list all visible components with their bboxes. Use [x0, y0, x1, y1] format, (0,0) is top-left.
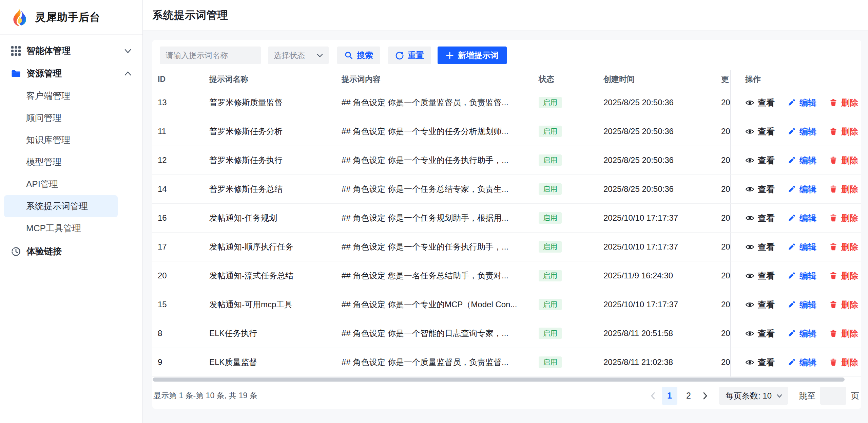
- edit-button[interactable]: 编辑: [787, 97, 816, 108]
- refresh-icon: [395, 51, 404, 60]
- page-number-list: 12: [660, 387, 698, 405]
- sidebar-item-experience-links[interactable]: 体验链接: [0, 240, 142, 263]
- view-button[interactable]: 查看: [745, 97, 775, 108]
- cell-id: 13: [152, 98, 204, 107]
- edit-button-label: 编辑: [799, 126, 816, 137]
- view-button[interactable]: 查看: [745, 270, 775, 281]
- cell-id: 9: [152, 357, 204, 367]
- chevron-up-icon: [123, 69, 132, 78]
- edit-button[interactable]: 编辑: [787, 241, 816, 253]
- cell-status: 启用: [533, 212, 598, 223]
- cell-actions: 查看 编辑 删除: [730, 290, 861, 319]
- sidebar-subitem[interactable]: 顾问管理: [0, 107, 142, 129]
- jump-page-input[interactable]: [820, 387, 846, 405]
- reset-button[interactable]: 重置: [388, 47, 431, 64]
- eye-icon: [745, 156, 754, 165]
- eye-icon: [745, 300, 754, 309]
- status-badge: 启用: [539, 212, 562, 223]
- eye-icon: [745, 185, 754, 194]
- cell-name: 发帖通知-可用mcp工具: [204, 299, 336, 310]
- add-prompt-button[interactable]: 新增提示词: [438, 47, 507, 64]
- cell-id: 11: [152, 127, 204, 136]
- sidebar-item-resource-management[interactable]: 资源管理: [0, 62, 142, 85]
- jump-prefix-label: 跳至: [799, 390, 815, 401]
- delete-button-label: 删除: [841, 213, 858, 224]
- page-number-1[interactable]: 1: [662, 387, 677, 405]
- delete-button[interactable]: 删除: [829, 213, 858, 224]
- status-badge: 启用: [539, 154, 562, 166]
- view-button[interactable]: 查看: [745, 184, 775, 195]
- edit-button[interactable]: 编辑: [787, 299, 816, 310]
- table-row: 12 普罗米修斯任务执行 ## 角色设定 你是一个专业的任务执行助手，... 启…: [152, 146, 861, 175]
- delete-button[interactable]: 删除: [829, 270, 858, 281]
- view-button[interactable]: 查看: [745, 357, 775, 368]
- view-button[interactable]: 查看: [745, 328, 775, 339]
- edit-button-label: 编辑: [799, 270, 816, 281]
- column-header-status: 状态: [533, 74, 598, 85]
- eye-icon: [745, 242, 754, 252]
- search-button[interactable]: 搜索: [337, 47, 380, 64]
- status-select[interactable]: 选择状态: [268, 47, 329, 64]
- cell-name: 发帖通知-顺序执行任务: [204, 241, 336, 252]
- view-button[interactable]: 查看: [745, 213, 775, 224]
- edit-button[interactable]: 编辑: [787, 328, 816, 339]
- status-badge: 启用: [539, 183, 562, 195]
- delete-button[interactable]: 删除: [829, 184, 858, 195]
- edit-button[interactable]: 编辑: [787, 155, 816, 166]
- trash-icon: [829, 300, 838, 309]
- edit-button[interactable]: 编辑: [787, 126, 816, 137]
- view-button[interactable]: 查看: [745, 155, 775, 166]
- cell-actions: 查看 编辑 删除: [730, 348, 861, 376]
- next-page-button[interactable]: [698, 387, 712, 405]
- cell-actions: 查看 编辑 删除: [730, 88, 861, 117]
- delete-button[interactable]: 删除: [829, 241, 858, 253]
- view-button[interactable]: 查看: [745, 241, 775, 253]
- delete-button[interactable]: 删除: [829, 97, 858, 108]
- delete-button[interactable]: 删除: [829, 126, 858, 137]
- edit-button[interactable]: 编辑: [787, 357, 816, 368]
- cell-name: 普罗米修斯质量监督: [204, 97, 336, 108]
- cell-content: ## 角色设定 你是一个质量监督员，负责监督...: [336, 97, 533, 108]
- cell-content: ## 角色设定 你是一个专业的任务执行助手，...: [336, 241, 533, 252]
- delete-button[interactable]: 删除: [829, 155, 858, 166]
- page-size-select[interactable]: 每页条数: 10: [719, 387, 788, 405]
- sidebar-subitem[interactable]: API管理: [0, 173, 142, 195]
- view-button[interactable]: 查看: [745, 126, 775, 137]
- cell-status: 启用: [533, 97, 598, 108]
- view-button-label: 查看: [758, 213, 775, 224]
- page-number-2[interactable]: 2: [681, 387, 696, 405]
- horizontal-scrollbar-thumb[interactable]: [153, 378, 845, 382]
- cell-actions: 查看 编辑 删除: [730, 117, 861, 146]
- cell-created: 2025/10/10 17:17:37: [598, 300, 716, 309]
- edit-button-label: 编辑: [799, 184, 816, 195]
- pencil-icon: [787, 329, 796, 338]
- prev-page-button[interactable]: [646, 387, 660, 405]
- sidebar-subitem[interactable]: 系统提示词管理: [4, 195, 118, 217]
- sidebar-item-label: 体验链接: [26, 245, 132, 257]
- cell-status: 启用: [533, 356, 598, 368]
- delete-button-label: 删除: [841, 270, 858, 281]
- view-button[interactable]: 查看: [745, 299, 775, 310]
- edit-button[interactable]: 编辑: [787, 213, 816, 224]
- edit-button[interactable]: 编辑: [787, 184, 816, 195]
- sidebar-subitem[interactable]: 客户端管理: [0, 85, 142, 107]
- delete-button-label: 删除: [841, 97, 858, 108]
- table-row: 15 发帖通知-可用mcp工具 ## 角色设定 你是一个专业的MCP（Model…: [152, 290, 861, 319]
- sidebar-subitem[interactable]: 知识库管理: [0, 129, 142, 151]
- edit-button-label: 编辑: [799, 155, 816, 166]
- delete-button[interactable]: 删除: [829, 357, 858, 368]
- sidebar-subitem[interactable]: 模型管理: [0, 151, 142, 173]
- delete-button[interactable]: 删除: [829, 299, 858, 310]
- cell-status: 启用: [533, 183, 598, 195]
- prompt-name-input[interactable]: [160, 47, 261, 64]
- delete-button-label: 删除: [841, 184, 858, 195]
- cell-content: ## 角色设定 你是一个任务总结专家，负责生...: [336, 184, 533, 195]
- edit-button[interactable]: 编辑: [787, 270, 816, 281]
- table-row: 11 普罗米修斯任务分析 ## 角色设定 你是一个专业的任务分析规划师... 启…: [152, 117, 861, 146]
- sidebar-item-label: 资源管理: [26, 68, 123, 79]
- sidebar-item-agent-management[interactable]: 智能体管理: [0, 39, 142, 62]
- delete-button[interactable]: 删除: [829, 328, 858, 339]
- sidebar-subitem[interactable]: MCP工具管理: [0, 217, 142, 239]
- cell-created: 2025/8/25 20:50:36: [598, 155, 716, 165]
- cell-id: 14: [152, 184, 204, 194]
